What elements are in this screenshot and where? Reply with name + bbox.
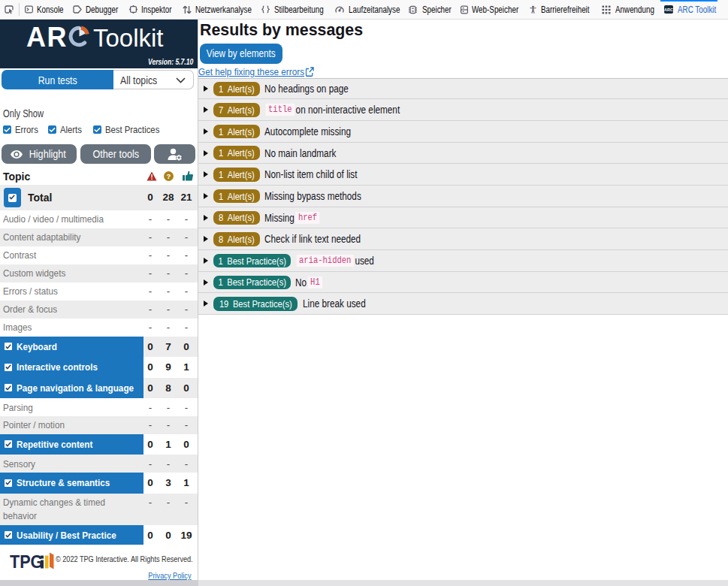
svg-text:TPG: TPG	[10, 551, 43, 572]
svg-text:?: ?	[167, 172, 171, 180]
